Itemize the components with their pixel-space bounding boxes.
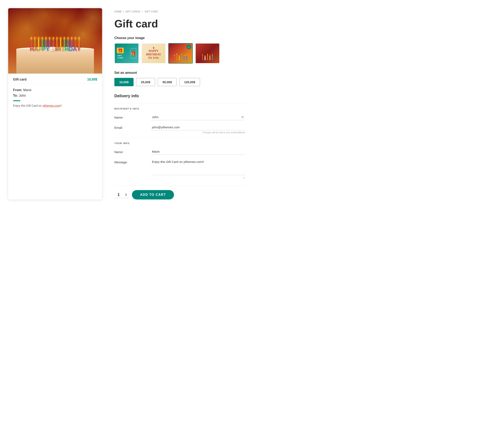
divider-1 bbox=[114, 103, 245, 104]
choose-image-label: Choose your image bbox=[114, 36, 245, 40]
to-label: To: bbox=[13, 94, 18, 97]
amount-options: 10,00$ 25,00$ 50,00$ 120,00$ bbox=[114, 78, 245, 86]
card-info-title: Gift card bbox=[13, 78, 27, 81]
product-panel: HOME / GIFT CARDS / GIFT CARD Gift card … bbox=[114, 8, 245, 200]
add-to-cart-button[interactable]: ADD TO CART bbox=[132, 190, 174, 200]
name-input-icon: ⊞ bbox=[241, 115, 244, 119]
recipient-name-label: Name: bbox=[114, 114, 147, 119]
recipient-name-input-wrap: ⊞ bbox=[151, 114, 245, 120]
breadcrumb-sep1: / bbox=[123, 10, 125, 13]
recipient-name-input[interactable] bbox=[151, 114, 245, 120]
page-wrapper: H A P P Y B I R T H D A Y bbox=[4, 4, 249, 204]
delivery-section: Delivery info RECIPIENT'S INFO Name: ⊞ E… bbox=[114, 94, 245, 179]
your-info-label: YOUR INFO bbox=[114, 142, 245, 145]
your-name-label: Name: bbox=[114, 149, 147, 154]
recipient-info-label: RECIPIENT'S INFO bbox=[114, 108, 245, 110]
breadcrumb-home[interactable]: HOME bbox=[114, 10, 122, 13]
product-title: Gift card bbox=[114, 18, 245, 30]
recipient-email-input-wrap: If empty, will be sent to your email add… bbox=[151, 124, 245, 134]
cake-body bbox=[16, 49, 94, 73]
amount-btn-120[interactable]: 120,00$ bbox=[179, 78, 200, 86]
card-to-row: To: John bbox=[13, 93, 97, 98]
image-option-candles1[interactable]: ✓ bbox=[168, 43, 193, 64]
gift-card-text: GIFTCARD bbox=[117, 55, 123, 59]
image-option-candles2[interactable] bbox=[195, 43, 220, 64]
breadcrumb-gift-cards[interactable]: GIFT CARDS bbox=[125, 10, 140, 13]
card-from-to: From: Marie To: John bbox=[13, 87, 97, 98]
gift-icon: 🎁 bbox=[117, 48, 124, 53]
quantity-up-arrow[interactable] bbox=[125, 193, 127, 195]
card-preview-image: H A P P Y B I R T H D A Y bbox=[8, 8, 102, 73]
quantity-wrap bbox=[114, 191, 129, 198]
teal-bar bbox=[13, 100, 20, 101]
your-name-row: Name: bbox=[114, 149, 245, 155]
breadcrumb-sep2: / bbox=[142, 10, 143, 13]
recipient-email-label: Email: bbox=[114, 124, 147, 129]
image-options: 🎁 GIFTCARD 🎁 🎈 HAPPYBIRTHDAYTO YOU bbox=[114, 43, 245, 64]
message-input-wrap: Enjoy this Gift Card on yithemes.com!! ⇲ bbox=[151, 159, 245, 179]
image-option-birthday-text[interactable]: 🎈 HAPPYBIRTHDAYTO YOU bbox=[141, 43, 166, 64]
delivery-title: Delivery info bbox=[114, 94, 245, 98]
breadcrumb: HOME / GIFT CARDS / GIFT CARD bbox=[114, 10, 245, 13]
to-value: John bbox=[19, 94, 26, 97]
amount-btn-50[interactable]: 50,00$ bbox=[158, 78, 177, 86]
set-amount-label: Set an amount bbox=[114, 71, 245, 75]
card-info-price: 10,00$ bbox=[87, 78, 97, 81]
cart-row: ADD TO CART bbox=[114, 186, 245, 200]
recipient-name-row: Name: ⊞ bbox=[114, 114, 245, 120]
card-from-row: From: Marie bbox=[13, 87, 97, 93]
cake-scene: H A P P Y B I R T H D A Y bbox=[8, 8, 102, 73]
amount-btn-10[interactable]: 10,00$ bbox=[114, 78, 133, 86]
quantity-arrows bbox=[125, 193, 127, 196]
resize-icon: ⇲ bbox=[243, 176, 245, 179]
message-input[interactable]: Enjoy this Gift Card on yithemes.com!! bbox=[151, 159, 245, 175]
card-preview: H A P P Y B I R T H D A Y bbox=[8, 8, 102, 200]
card-info-header: Gift card 10,00$ bbox=[13, 78, 97, 84]
from-value: Marie bbox=[23, 88, 31, 92]
quantity-input[interactable] bbox=[116, 192, 124, 197]
message-row: Message: Enjoy this Gift Card on yitheme… bbox=[114, 159, 245, 179]
breadcrumb-current: GIFT CARD bbox=[144, 10, 158, 13]
your-name-input-wrap bbox=[151, 149, 245, 155]
quantity-down-arrow[interactable] bbox=[125, 195, 127, 196]
card-info-section: Gift card 10,00$ From: Marie To: John En… bbox=[8, 73, 102, 112]
message-label: Message: bbox=[114, 159, 147, 164]
recipient-email-row: Email: If empty, will be sent to your em… bbox=[114, 124, 245, 134]
yithemes-link[interactable]: yithemes.com bbox=[42, 104, 60, 107]
email-hint: If empty, will be sent to your email add… bbox=[151, 131, 245, 134]
your-name-input[interactable] bbox=[151, 149, 245, 155]
birthday-text-content: 🎈 HAPPYBIRTHDAYTO YOU bbox=[146, 47, 161, 60]
amount-btn-25[interactable]: 25,00$ bbox=[136, 78, 155, 86]
from-label: From: bbox=[13, 88, 22, 92]
mini-candles-1 bbox=[174, 55, 187, 62]
card-message: Enjoy this Gift Card on yithemes.com!! bbox=[13, 104, 97, 108]
mini-candles-2 bbox=[202, 55, 213, 62]
image-option-gift[interactable]: 🎁 GIFTCARD 🎁 bbox=[114, 43, 139, 64]
recipient-email-input[interactable] bbox=[151, 124, 245, 130]
birthday-text-row: H A P P Y B I R T H D A Y bbox=[30, 46, 80, 52]
gift-card-right: 🎁 bbox=[130, 48, 136, 58]
gift-label: 🎁 GIFTCARD bbox=[117, 48, 124, 59]
